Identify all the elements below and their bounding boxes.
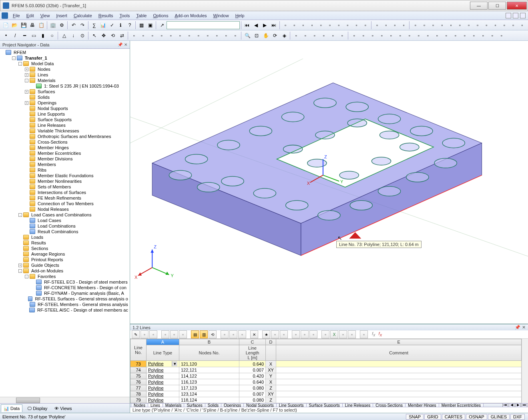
- tree-guide[interactable]: Guide Objects: [30, 263, 60, 268]
- status-glines[interactable]: GLINES: [488, 414, 510, 420]
- panel-tab-nodal-supports[interactable]: Nodal Supports: [243, 403, 277, 407]
- tool-e-icon[interactable]: ▫: [317, 21, 325, 30]
- t2-ah-icon[interactable]: ▫: [488, 31, 497, 40]
- nav-last-icon[interactable]: ⏭: [269, 21, 278, 30]
- pin-icon[interactable]: 📌: [118, 42, 122, 47]
- mdi-restore-icon[interactable]: [513, 13, 518, 18]
- col-b[interactable]: B: [179, 339, 239, 345]
- tree-member-ecc[interactable]: Member Eccentricities: [37, 151, 82, 156]
- lt-o-icon[interactable]: ▫: [301, 330, 309, 338]
- close-panel-icon[interactable]: ✕: [124, 42, 127, 47]
- close-button[interactable]: ✕: [507, 2, 527, 10]
- table-row[interactable]: 77Polyline117,1230.080Z: [130, 385, 522, 391]
- mdi-minimize-icon[interactable]: [506, 13, 511, 18]
- table-row[interactable]: 73Polyline▾121,1200.640X: [130, 361, 522, 367]
- surface-icon[interactable]: ▭: [29, 31, 38, 40]
- tool-t-icon[interactable]: ▫: [456, 21, 464, 30]
- menu-tools[interactable]: Tools: [116, 12, 133, 19]
- menu-file[interactable]: File: [10, 12, 23, 19]
- col-d[interactable]: D: [266, 339, 276, 345]
- tree-fav2[interactable]: RF-CONCRETE Members - Design of con: [43, 285, 127, 290]
- tool-c-icon[interactable]: ▫: [299, 21, 307, 30]
- project-icon[interactable]: 🏢: [49, 21, 57, 30]
- nav-next-icon[interactable]: ▶: [261, 21, 269, 30]
- col-e[interactable]: E: [276, 339, 522, 345]
- col-comment[interactable]: Comment: [276, 345, 522, 361]
- tabs-next-icon[interactable]: ▶: [515, 403, 521, 407]
- tool-n-icon[interactable]: ▫: [400, 21, 408, 30]
- check-icon[interactable]: ✓: [108, 21, 116, 30]
- t2-ab-icon[interactable]: ▫: [433, 31, 442, 40]
- tree-surfaces[interactable]: Surfaces: [37, 89, 56, 94]
- lt-b-icon[interactable]: ▫: [149, 330, 157, 338]
- lt-excel-icon[interactable]: X: [330, 330, 338, 338]
- tree-loads[interactable]: Loads: [30, 235, 44, 240]
- tree-surface-supports[interactable]: Surface Supports: [37, 117, 72, 122]
- status-cartes[interactable]: CARTES: [442, 414, 465, 420]
- tree-line-supports[interactable]: Line Supports: [37, 112, 66, 116]
- tool-g-icon[interactable]: ▫: [335, 21, 343, 30]
- menu-edit[interactable]: Edit: [23, 12, 37, 19]
- tree-printout[interactable]: Printout Reports: [30, 257, 64, 262]
- tree-femesh[interactable]: FE Mesh Refinements: [37, 196, 82, 200]
- t2-p-icon[interactable]: ▫: [319, 31, 328, 40]
- lt-r-icon[interactable]: ▫: [339, 330, 347, 338]
- t2-d-icon[interactable]: ▫: [157, 31, 166, 40]
- tree-project[interactable]: Transfer_1: [24, 56, 48, 60]
- zoom-win-icon[interactable]: ⊡: [252, 31, 261, 40]
- panel-tab-member-hinges[interactable]: Member Hinges: [405, 403, 439, 407]
- tree-openings[interactable]: Openings: [37, 100, 57, 105]
- tree-cross-sections[interactable]: Cross-Sections: [37, 140, 68, 144]
- tool-l-icon[interactable]: ▫: [382, 21, 390, 30]
- results-icon[interactable]: 📊: [99, 21, 107, 30]
- lt-edit-icon[interactable]: ✎: [132, 330, 140, 338]
- t2-f-icon[interactable]: ▫: [176, 31, 185, 40]
- tool-v-icon[interactable]: ▫: [474, 21, 482, 30]
- move-icon[interactable]: ✥: [99, 31, 108, 40]
- tree-materials[interactable]: Materials: [37, 78, 56, 83]
- view-icon[interactable]: ▣: [146, 21, 155, 30]
- lt-q-icon[interactable]: ▫: [321, 330, 329, 338]
- tool-z-icon[interactable]: ▫: [509, 21, 517, 30]
- col-nodesno[interactable]: Nodes No.: [179, 345, 239, 361]
- menu-insert[interactable]: Insert: [53, 12, 70, 19]
- col-lineno[interactable]: Line No.: [130, 339, 147, 361]
- tree-conn2[interactable]: Connection of Two Members: [37, 201, 94, 206]
- tree-sections[interactable]: Sections: [30, 246, 49, 251]
- tool-a-icon[interactable]: ▫: [281, 21, 289, 30]
- tree-var-thick[interactable]: Variable Thicknesses: [37, 128, 80, 133]
- tool-p-icon[interactable]: ▫: [420, 21, 428, 30]
- menu-options[interactable]: Options: [150, 12, 171, 19]
- t2-g-icon[interactable]: ▫: [185, 31, 194, 40]
- menu-view[interactable]: View: [37, 12, 53, 19]
- lines-table[interactable]: Line No. A B C D E Line Type Nodes No. L…: [130, 339, 522, 403]
- t2-j-icon[interactable]: ▫: [213, 31, 221, 40]
- load-icon[interactable]: ↓: [69, 31, 78, 40]
- solid-icon[interactable]: ▮: [38, 31, 47, 40]
- tree-nodal-supports[interactable]: Nodal Supports: [37, 106, 69, 111]
- tool-j-icon[interactable]: ▫: [361, 21, 369, 30]
- nav-prev-icon[interactable]: ◀: [252, 21, 260, 30]
- tool-z2-icon[interactable]: ▫: [518, 21, 526, 30]
- tool-b-icon[interactable]: ▫: [290, 21, 299, 30]
- lt-l-icon[interactable]: ▫: [271, 330, 279, 338]
- t2-z-icon[interactable]: ▫: [414, 31, 423, 40]
- undo-icon[interactable]: ↶: [69, 21, 78, 30]
- lt-e-icon[interactable]: ▫: [179, 330, 187, 338]
- menu-results[interactable]: Results: [95, 12, 116, 19]
- tool-i-icon[interactable]: ▫: [352, 21, 361, 30]
- t2-n-icon[interactable]: ▫: [301, 31, 310, 40]
- tool-f-icon[interactable]: ▫: [325, 21, 334, 30]
- t2-x-icon[interactable]: ▫: [396, 31, 405, 40]
- tree-solids[interactable]: Solids: [37, 95, 50, 100]
- t2-b-icon[interactable]: ▫: [139, 31, 148, 40]
- tree-fav1[interactable]: RF-STEEL EC3 - Design of steel members: [43, 280, 128, 284]
- mdi-close-icon[interactable]: [520, 13, 526, 18]
- tool-d-icon[interactable]: ▫: [308, 21, 316, 30]
- t2-v-icon[interactable]: ▫: [377, 31, 386, 40]
- tool-h-icon[interactable]: ▫: [343, 21, 352, 30]
- tree-model-data[interactable]: Model Data: [30, 61, 54, 66]
- tree-line-releases[interactable]: Line Releases: [37, 123, 66, 128]
- tool-q-icon[interactable]: ▫: [429, 21, 438, 30]
- t2-m-icon[interactable]: ▫: [292, 31, 301, 40]
